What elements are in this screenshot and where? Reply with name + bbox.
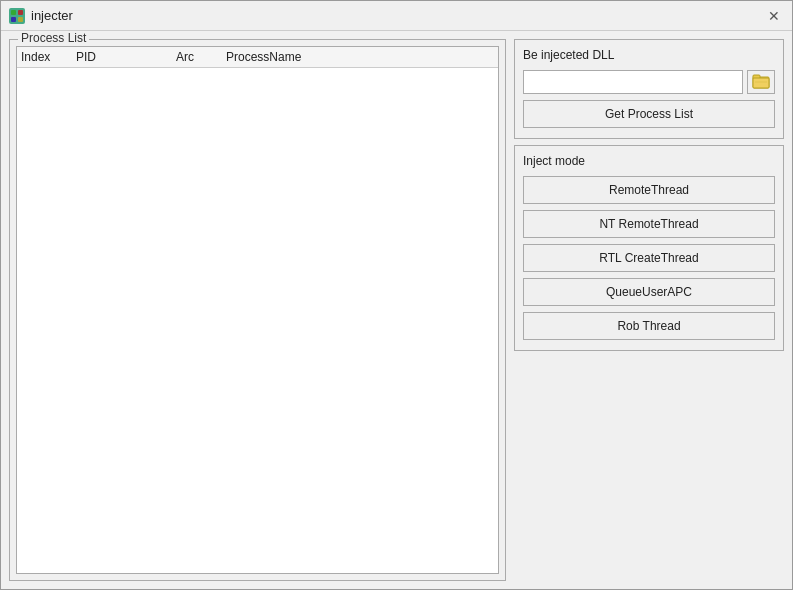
table-header: Index PID Arc ProcessName [17, 47, 498, 68]
svg-rect-0 [11, 10, 16, 15]
inject-mode-group: Inject mode RemoteThread NT RemoteThread… [514, 145, 784, 351]
dll-input[interactable] [523, 70, 743, 94]
process-list-group: Process List Index PID Arc ProcessName [9, 39, 506, 581]
svg-rect-3 [18, 17, 23, 22]
app-icon [9, 8, 25, 24]
window-title: injecter [31, 8, 73, 23]
title-bar-left: injecter [9, 8, 73, 24]
right-panel: Be injeceted DLL [514, 39, 784, 581]
table-body[interactable] [17, 68, 498, 573]
svg-rect-1 [18, 10, 23, 15]
folder-icon [752, 73, 770, 92]
browse-button[interactable] [747, 70, 775, 94]
dll-row [523, 70, 775, 94]
title-bar: injecter ✕ [1, 1, 792, 31]
svg-rect-6 [753, 78, 769, 88]
close-button[interactable]: ✕ [764, 6, 784, 26]
col-name-header: ProcessName [226, 50, 494, 64]
main-window: injecter ✕ Process List Index PID Arc Pr… [0, 0, 793, 590]
col-index-header: Index [21, 50, 76, 64]
queue-user-apc-button[interactable]: QueueUserAPC [523, 278, 775, 306]
col-arc-header: Arc [176, 50, 226, 64]
remote-thread-button[interactable]: RemoteThread [523, 176, 775, 204]
col-pid-header: PID [76, 50, 176, 64]
window-body: Process List Index PID Arc ProcessName B… [1, 31, 792, 589]
dll-group: Be injeceted DLL [514, 39, 784, 139]
inject-mode-label: Inject mode [523, 154, 775, 168]
rtl-create-thread-button[interactable]: RTL CreateThread [523, 244, 775, 272]
dll-group-label: Be injeceted DLL [523, 48, 775, 62]
svg-rect-2 [11, 17, 16, 22]
process-list-label: Process List [18, 31, 89, 45]
rob-thread-button[interactable]: Rob Thread [523, 312, 775, 340]
get-process-list-button[interactable]: Get Process List [523, 100, 775, 128]
nt-remote-thread-button[interactable]: NT RemoteThread [523, 210, 775, 238]
process-list-inner: Index PID Arc ProcessName [16, 46, 499, 574]
